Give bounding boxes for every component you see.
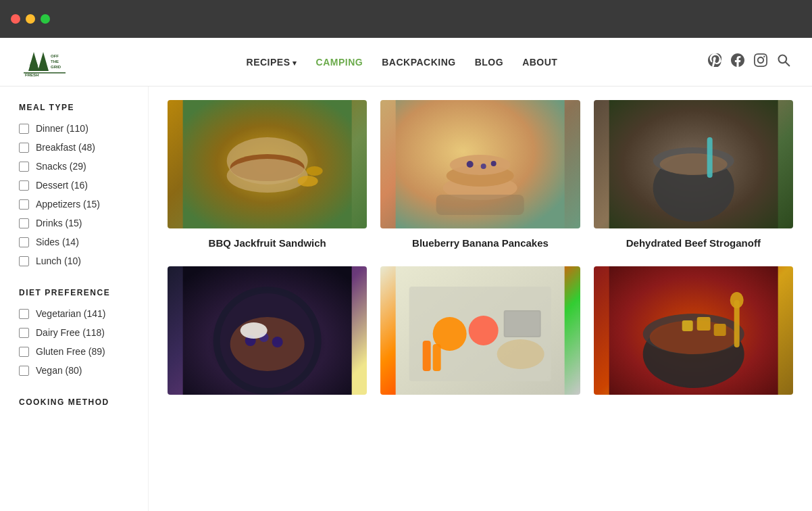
recipe-title-cooler-food: [380, 395, 580, 406]
checkbox-dairy-free[interactable]: [19, 328, 29, 338]
diet-preference-title: DIET PREFERENCE: [19, 288, 132, 297]
cooking-method-section: COOKING METHOD: [19, 397, 132, 407]
checkbox-gluten-free[interactable]: [19, 347, 29, 357]
svg-text:THE: THE: [51, 59, 59, 64]
checkbox-vegan[interactable]: [19, 366, 29, 376]
svg-rect-28: [707, 137, 712, 178]
checkbox-lunch[interactable]: [19, 256, 29, 266]
recipe-image-cooler-food: [380, 266, 580, 395]
checkbox-dessert[interactable]: [19, 180, 29, 191]
svg-marker-2: [38, 52, 49, 71]
filter-snacks[interactable]: Snacks (29): [19, 161, 132, 172]
meal-type-list: Dinner (110) Breakfast (48) Snacks (29) …: [19, 123, 132, 266]
social-icons: [708, 53, 790, 70]
svg-rect-7: [24, 72, 66, 74]
recipe-image-bbq-jackfruit: [168, 100, 367, 228]
svg-point-15: [307, 166, 323, 176]
filter-appetizers[interactable]: Appetizers (15): [19, 199, 132, 210]
svg-point-21: [481, 164, 486, 169]
logo[interactable]: FRESH OFF THE GRID: [22, 45, 96, 79]
main-container: MEAL TYPE Dinner (110) Breakfast (48) Sn…: [0, 87, 812, 511]
checkbox-sides[interactable]: [19, 237, 29, 247]
filter-dinner[interactable]: Dinner (110): [19, 123, 132, 134]
recipe-title-cobbler: [168, 395, 367, 406]
nav-camping[interactable]: CAMPING: [316, 57, 363, 68]
maximize-button[interactable]: [41, 14, 50, 24]
nav-backpacking[interactable]: BACKPACKING: [382, 57, 455, 68]
recipe-card-bbq-jackfruit[interactable]: BBQ Jackfruit Sandwich: [168, 100, 367, 253]
svg-point-19: [450, 155, 511, 175]
recipe-card-chili[interactable]: [594, 266, 793, 406]
filter-dairy-free[interactable]: Dairy Free (118): [19, 327, 132, 338]
recipe-title-blueberry-pancakes: Blueberry Banana Pancakes: [380, 228, 580, 253]
svg-rect-52: [682, 320, 692, 331]
filter-lunch[interactable]: Lunch (10): [19, 256, 132, 266]
recipe-grid: BBQ Jackfruit Sandwich: [168, 100, 793, 406]
recipe-title-bbq-jackfruit: BBQ Jackfruit Sandwich: [168, 228, 367, 253]
checkbox-dinner[interactable]: [19, 124, 29, 134]
filter-drinks[interactable]: Drinks (15): [19, 218, 132, 228]
svg-point-40: [469, 316, 499, 345]
recipe-image-chili: [594, 266, 793, 395]
recipe-card-cooler-food[interactable]: [380, 266, 580, 406]
meal-type-title: MEAL TYPE: [19, 103, 132, 112]
filter-vegetarian[interactable]: Vegetarian (141): [19, 308, 132, 319]
recipe-title-beef-stroganoff: Dehydrated Beef Stroganoff: [594, 228, 793, 253]
instagram-icon[interactable]: [754, 53, 767, 70]
checkbox-appetizers[interactable]: [19, 199, 29, 210]
filter-sides[interactable]: Sides (14): [19, 237, 132, 247]
facebook-icon[interactable]: [731, 53, 744, 70]
filter-vegan[interactable]: Vegan (80): [19, 365, 132, 376]
recipe-image-beef-stroganoff: [594, 100, 793, 228]
sidebar: MEAL TYPE Dinner (110) Breakfast (48) Sn…: [0, 87, 149, 511]
cooking-method-title: COOKING METHOD: [19, 397, 132, 407]
filter-gluten-free[interactable]: Gluten Free (89): [19, 346, 132, 357]
meal-type-section: MEAL TYPE Dinner (110) Breakfast (48) Sn…: [19, 103, 132, 266]
svg-text:OFF: OFF: [51, 54, 59, 58]
svg-point-32: [230, 317, 305, 371]
recipe-card-blueberry-pancakes[interactable]: Blueberry Banana Pancakes: [380, 100, 580, 253]
filter-dessert[interactable]: Dessert (16): [19, 180, 132, 191]
svg-rect-50: [696, 317, 710, 331]
nav-blog[interactable]: BLOG: [475, 57, 503, 68]
minimize-button[interactable]: [26, 14, 35, 24]
close-button[interactable]: [11, 14, 20, 24]
svg-marker-1: [30, 55, 38, 66]
titlebar: [0, 0, 812, 38]
svg-line-9: [786, 62, 789, 66]
svg-point-13: [227, 159, 308, 193]
checkbox-vegetarian[interactable]: [19, 309, 29, 319]
svg-rect-23: [436, 195, 524, 215]
header: FRESH OFF THE GRID RECIPES CAMPING BACKP…: [0, 38, 812, 87]
checkbox-breakfast[interactable]: [19, 143, 29, 153]
svg-point-45: [497, 339, 544, 369]
svg-point-27: [659, 153, 727, 175]
filter-breakfast[interactable]: Breakfast (48): [19, 142, 132, 153]
svg-point-54: [730, 292, 743, 308]
checkbox-drinks[interactable]: [19, 218, 29, 228]
diet-preference-section: DIET PREFERENCE Vegetarian (141) Dairy F…: [19, 288, 132, 376]
logo-svg: FRESH OFF THE GRID: [22, 45, 96, 79]
svg-point-20: [467, 161, 474, 168]
svg-point-14: [298, 176, 318, 187]
recipe-content: BBQ Jackfruit Sandwich: [149, 87, 812, 511]
recipe-card-cobbler[interactable]: [168, 266, 367, 406]
svg-text:FRESH: FRESH: [25, 73, 39, 77]
search-icon[interactable]: [777, 53, 790, 70]
diet-preference-list: Vegetarian (141) Dairy Free (118) Gluten…: [19, 308, 132, 376]
svg-rect-44: [505, 312, 540, 336]
recipe-image-cobbler: [168, 266, 367, 395]
recipe-title-chili: [594, 395, 793, 406]
svg-point-22: [491, 161, 497, 166]
recipe-image-blueberry-pancakes: [380, 100, 580, 228]
svg-rect-51: [713, 324, 726, 336]
main-nav: RECIPES CAMPING BACKPACKING BLOG ABOUT: [247, 57, 558, 68]
checkbox-snacks[interactable]: [19, 162, 29, 172]
svg-text:GRID: GRID: [51, 65, 61, 69]
svg-rect-41: [423, 341, 431, 371]
nav-about[interactable]: ABOUT: [522, 57, 557, 68]
nav-recipes[interactable]: RECIPES: [247, 57, 297, 68]
svg-rect-42: [433, 344, 441, 371]
pinterest-icon[interactable]: [708, 53, 721, 70]
recipe-card-beef-stroganoff[interactable]: Dehydrated Beef Stroganoff: [594, 100, 793, 253]
